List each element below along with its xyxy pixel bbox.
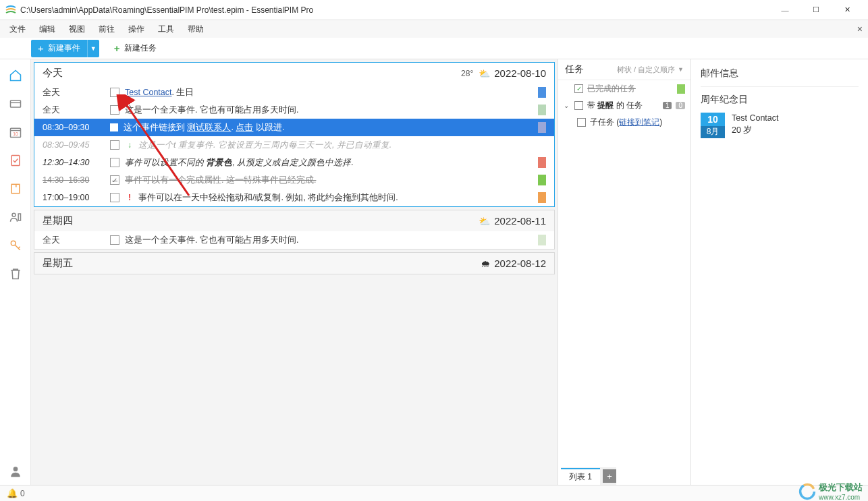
date-badge: 10 8月 — [701, 113, 725, 138]
new-task-button[interactable]: + 新建任务 — [109, 40, 162, 57]
event-row[interactable]: 14:30–16:30 ✓ 事件可以有一个完成属性. 这一特殊事件已经完成. — [34, 171, 554, 189]
event-row[interactable]: 08:30–09:45 ↓ 这是一个t 重复事件. 它被设置为三周内每三天一次,… — [34, 136, 554, 154]
note-link[interactable]: 链接到笔记 — [619, 117, 659, 127]
sidebar-home[interactable] — [1, 62, 30, 89]
event-time: 12:30–14:30 — [43, 158, 110, 167]
checkbox-icon[interactable] — [110, 105, 119, 115]
day-header: 星期四 ⛅ 2022-08-11 — [34, 210, 554, 231]
sidebar-passwords[interactable] — [1, 232, 30, 259]
menu-edit[interactable]: 编辑 — [32, 21, 62, 38]
checkbox-icon[interactable] — [110, 158, 119, 167]
app-logo-icon — [5, 5, 16, 16]
event-text: 这个事件链接到 测试联系人. 点击 以跟进. — [124, 122, 534, 134]
watermark-logo-icon — [798, 483, 816, 500]
contact-link[interactable]: 测试联系人 — [187, 123, 231, 132]
task-row[interactable]: ✓ 已完成的任务 — [558, 80, 690, 97]
bottom-tabs: 列表 1 + — [561, 467, 616, 485]
maximize-button[interactable]: ☐ — [801, 0, 832, 20]
tasks-sort[interactable]: 树状 / 自定义顺序 — [617, 65, 675, 75]
anniversary-text: Test Contact 20 岁 — [732, 113, 778, 138]
tasks-title: 任务 — [565, 63, 617, 76]
event-row[interactable]: 全天 这是一个全天事件. 它也有可能占用多天时间. — [34, 101, 554, 119]
menu-tools[interactable]: 工具 — [151, 21, 181, 38]
menu-close-icon[interactable]: × — [857, 24, 863, 34]
menu-goto[interactable]: 前往 — [92, 21, 121, 38]
day-date: 2022-08-11 — [494, 215, 546, 227]
task-text: 带 提醒 的 任务 — [587, 100, 643, 111]
plus-icon: + — [38, 42, 44, 54]
event-row-selected[interactable]: 08:30–09:30 这个事件链接到 测试联系人. 点击 以跟进. — [34, 119, 554, 136]
close-button[interactable]: ✕ — [832, 0, 863, 20]
new-event-button[interactable]: + 新建事件 — [31, 40, 87, 57]
event-time: 08:30–09:45 — [43, 140, 110, 150]
checkbox-icon[interactable] — [110, 123, 118, 131]
minimize-button[interactable]: — — [769, 0, 801, 20]
sidebar-user[interactable] — [1, 458, 30, 485]
sidebar-contacts[interactable] — [1, 204, 30, 231]
task-row[interactable]: 子任务 (链接到笔记) — [558, 114, 690, 131]
day-header: 今天 28° ⛅ 2022-08-10 — [34, 63, 554, 84]
menu-file[interactable]: 文件 — [3, 21, 32, 38]
click-link[interactable]: 点击 — [236, 123, 253, 132]
weather-temp: 28° — [461, 69, 473, 78]
checkbox-icon[interactable]: ✓ — [110, 175, 119, 185]
menu-help[interactable]: 帮助 — [181, 21, 211, 38]
tasks-header: 任务 树状 / 自定义顺序 ▼ — [558, 59, 690, 80]
color-tag — [538, 157, 546, 168]
checkbox-icon[interactable] — [110, 88, 119, 97]
new-event-dropdown[interactable]: ▼ — [87, 40, 99, 57]
task-text: 已完成的任务 — [587, 83, 636, 94]
event-row[interactable]: 全天 Test Contact. 生日 — [34, 84, 554, 101]
color-tag — [538, 235, 546, 245]
contact-name: Test Contact — [732, 113, 778, 125]
sidebar-notes[interactable] — [1, 175, 30, 202]
count-badge: 0 — [676, 102, 685, 109]
chevron-down-icon[interactable]: ▼ — [678, 66, 684, 73]
event-text: 事件可以在一天中轻松拖动和/或复制. 例如, 将此约会拖到其他时间. — [138, 192, 534, 204]
menubar: 文件 编辑 视图 前往 操作 工具 帮助 × — [0, 20, 868, 38]
menu-action[interactable]: 操作 — [121, 21, 151, 38]
day-date: 2022-08-10 — [494, 67, 546, 79]
event-text: Test Contact. 生日 — [125, 87, 534, 98]
main-area: 今天 28° ⛅ 2022-08-10 全天 Test Contact. 生日 … — [31, 59, 868, 485]
weather-icon: ⛅ — [479, 216, 490, 227]
event-row[interactable]: 12:30–14:30 事件可以设置不同的 背景色, 从预定义或自定义颜色中选择… — [34, 154, 554, 171]
anniversary-item[interactable]: 10 8月 Test Contact 20 岁 — [701, 113, 859, 138]
contact-link[interactable]: Test Contact — [125, 88, 171, 97]
task-row[interactable]: ⌄ 带 提醒 的 任务 1 0 — [558, 97, 690, 114]
day-card-thursday: 星期四 ⛅ 2022-08-11 全天 这是一个全天事件. 它也有可能占用多天时… — [34, 210, 555, 249]
tab-list-1[interactable]: 列表 1 — [561, 468, 600, 485]
checkbox-icon[interactable] — [110, 235, 119, 245]
color-tag — [538, 87, 546, 98]
checkbox-icon[interactable]: ✓ — [574, 84, 583, 93]
statusbar: 🔔 0 — [0, 485, 868, 501]
plus-icon: + — [114, 42, 120, 54]
add-tab-button[interactable]: + — [603, 469, 616, 483]
checkbox-icon[interactable] — [110, 140, 119, 150]
color-tag — [538, 105, 546, 115]
day-header: 星期五 🌧 2022-08-12 — [34, 253, 554, 274]
event-text: 这是一个全天事件. 它也有可能占用多天时间. — [125, 235, 534, 246]
date-month: 8月 — [701, 126, 725, 138]
contact-age: 20 岁 — [732, 125, 778, 137]
day-card-friday: 星期五 🌧 2022-08-12 — [34, 252, 555, 274]
event-row[interactable]: 17:00–19:00 ! 事件可以在一天中轻松拖动和/或复制. 例如, 将此约… — [34, 189, 554, 206]
expand-icon[interactable]: ⌄ — [564, 102, 570, 109]
event-row[interactable]: 全天 这是一个全天事件. 它也有可能占用多天时间. — [34, 231, 554, 249]
color-tag — [677, 84, 685, 94]
sidebar-trash[interactable] — [1, 260, 30, 287]
sidebar-card[interactable] — [1, 90, 30, 117]
anniversary-header: 周年纪念日 — [701, 94, 859, 106]
sidebar-tasks[interactable] — [1, 147, 30, 174]
bell-icon[interactable]: 🔔 — [7, 488, 18, 498]
checkbox-icon[interactable] — [110, 193, 119, 202]
checkbox-icon[interactable] — [574, 101, 583, 110]
checkbox-icon[interactable] — [577, 118, 586, 127]
menu-view[interactable]: 视图 — [62, 21, 92, 38]
app-body: 10 今天 28° ⛅ 2022-08-10 全天 — [0, 59, 868, 485]
svg-point-11 — [13, 467, 18, 471]
weather-icon: 🌧 — [481, 258, 490, 269]
day-title: 今天 — [43, 67, 461, 80]
color-tag — [538, 122, 546, 133]
sidebar-calendar[interactable]: 10 — [1, 119, 30, 146]
